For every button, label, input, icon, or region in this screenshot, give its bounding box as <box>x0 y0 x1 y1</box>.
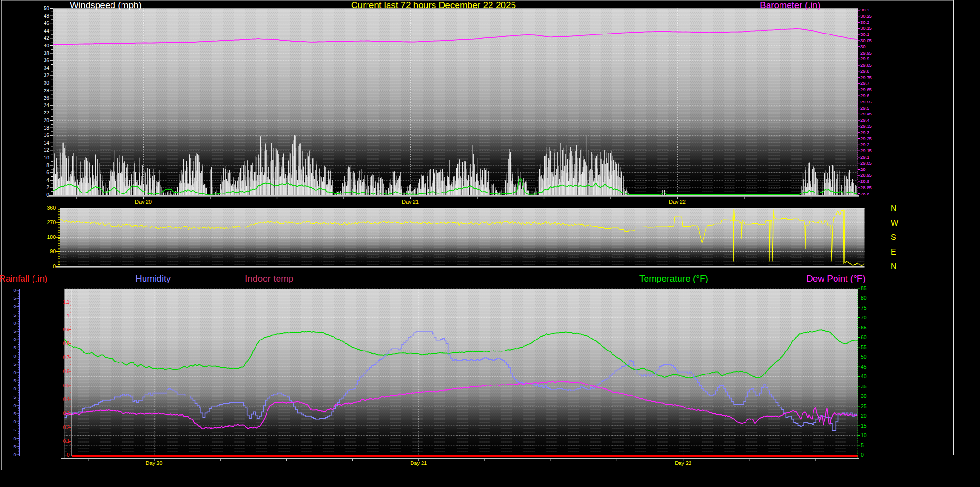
svg-text:45: 45 <box>861 364 867 370</box>
svg-text:Day 20: Day 20 <box>135 199 152 204</box>
svg-text:29.6: 29.6 <box>860 93 869 98</box>
svg-text:0: 0 <box>13 386 16 391</box>
svg-text:25: 25 <box>861 403 867 409</box>
svg-text:29: 29 <box>860 167 866 172</box>
svg-text:270: 270 <box>47 219 56 225</box>
svg-text:29.15: 29.15 <box>860 148 872 153</box>
svg-text:Windspeed (mph): Windspeed (mph) <box>70 0 142 10</box>
svg-text:15: 15 <box>861 423 867 429</box>
svg-text:38: 38 <box>44 50 49 56</box>
svg-text:80: 80 <box>861 295 867 301</box>
svg-text:60: 60 <box>861 334 867 340</box>
svg-text:29.75: 29.75 <box>860 75 872 80</box>
svg-text:360: 360 <box>47 205 56 211</box>
svg-text:0: 0 <box>13 321 16 326</box>
svg-text:0: 0 <box>13 337 16 342</box>
svg-text:5: 5 <box>13 428 16 432</box>
svg-text:16: 16 <box>44 132 49 138</box>
svg-text:Barometer (.in): Barometer (.in) <box>760 0 821 10</box>
svg-text:Dew Point (°F): Dew Point (°F) <box>806 273 866 283</box>
svg-text:20: 20 <box>44 117 49 123</box>
svg-text:N: N <box>891 204 897 213</box>
svg-text:W: W <box>891 219 899 227</box>
svg-text:29.4: 29.4 <box>860 117 869 123</box>
svg-text:42: 42 <box>44 35 49 41</box>
svg-text:48: 48 <box>44 13 49 19</box>
svg-text:28.95: 28.95 <box>860 172 872 178</box>
svg-text:0: 0 <box>861 452 864 458</box>
svg-text:30: 30 <box>861 393 867 399</box>
svg-text:30.15: 30.15 <box>860 25 872 31</box>
svg-text:5: 5 <box>13 395 16 400</box>
svg-text:90: 90 <box>50 249 56 254</box>
svg-text:14: 14 <box>44 140 49 146</box>
svg-text:5: 5 <box>13 444 16 449</box>
svg-text:29.45: 29.45 <box>860 111 872 116</box>
svg-text:0: 0 <box>53 263 56 269</box>
svg-text:65: 65 <box>861 325 867 330</box>
svg-text:29.95: 29.95 <box>860 50 872 56</box>
svg-text:30.05: 30.05 <box>860 38 872 43</box>
svg-text:Humidity: Humidity <box>135 273 171 283</box>
svg-text:29.9: 29.9 <box>860 56 869 61</box>
svg-text:30.3: 30.3 <box>860 7 869 12</box>
svg-text:20: 20 <box>861 413 867 419</box>
svg-text:Temperature (°F): Temperature (°F) <box>639 273 708 283</box>
svg-text:0.7: 0.7 <box>63 355 70 360</box>
svg-text:5: 5 <box>13 313 16 317</box>
svg-text:0: 0 <box>13 354 16 359</box>
svg-text:28.8: 28.8 <box>860 191 869 196</box>
svg-text:0.1: 0.1 <box>63 439 70 444</box>
svg-text:29.65: 29.65 <box>860 87 872 92</box>
svg-text:5: 5 <box>13 362 16 367</box>
svg-text:32: 32 <box>44 72 49 78</box>
svg-text:5: 5 <box>13 411 16 416</box>
svg-text:28.85: 28.85 <box>860 185 872 190</box>
svg-text:34: 34 <box>44 65 49 71</box>
svg-text:28.9: 28.9 <box>860 179 869 184</box>
svg-text:29.5: 29.5 <box>860 105 869 111</box>
svg-text:0.8: 0.8 <box>63 341 70 346</box>
svg-text:30.25: 30.25 <box>860 13 872 19</box>
svg-text:Day 20: Day 20 <box>146 460 163 466</box>
svg-text:Day 21: Day 21 <box>402 199 419 204</box>
svg-text:30.1: 30.1 <box>860 32 869 37</box>
svg-text:50: 50 <box>44 5 49 11</box>
svg-text:0: 0 <box>13 403 16 408</box>
svg-text:85: 85 <box>861 285 867 291</box>
svg-text:29.05: 29.05 <box>860 160 872 166</box>
svg-text:5: 5 <box>13 329 16 334</box>
svg-text:0: 0 <box>13 370 16 375</box>
svg-text:0: 0 <box>13 304 16 309</box>
svg-text:29.2: 29.2 <box>860 142 869 147</box>
svg-text:46: 46 <box>44 20 49 26</box>
svg-text:29.3: 29.3 <box>860 130 869 135</box>
svg-text:0: 0 <box>46 192 49 198</box>
svg-text:1.1: 1.1 <box>63 299 70 305</box>
svg-text:5: 5 <box>13 296 16 301</box>
svg-text:1: 1 <box>67 313 70 318</box>
svg-text:24: 24 <box>44 102 49 108</box>
svg-text:0: 0 <box>13 288 16 293</box>
svg-text:5: 5 <box>13 345 16 350</box>
svg-text:29.1: 29.1 <box>860 154 869 159</box>
svg-text:35: 35 <box>861 384 867 389</box>
svg-text:10: 10 <box>861 432 867 438</box>
svg-text:29.55: 29.55 <box>860 99 872 104</box>
svg-text:0.6: 0.6 <box>63 369 70 374</box>
svg-text:18: 18 <box>44 125 49 131</box>
svg-text:29.7: 29.7 <box>860 80 869 86</box>
svg-text:0: 0 <box>67 453 70 458</box>
svg-text:40: 40 <box>861 374 867 379</box>
svg-text:75: 75 <box>861 305 867 311</box>
svg-text:5: 5 <box>13 378 16 383</box>
svg-text:180: 180 <box>47 234 56 240</box>
svg-text:S: S <box>891 233 896 241</box>
svg-text:6: 6 <box>46 170 49 175</box>
svg-text:Day 22: Day 22 <box>675 460 691 466</box>
svg-text:0.2: 0.2 <box>63 425 70 430</box>
svg-text:22: 22 <box>44 110 49 115</box>
svg-text:0: 0 <box>13 453 16 457</box>
svg-text:N: N <box>891 262 897 271</box>
svg-text:44: 44 <box>44 28 49 34</box>
